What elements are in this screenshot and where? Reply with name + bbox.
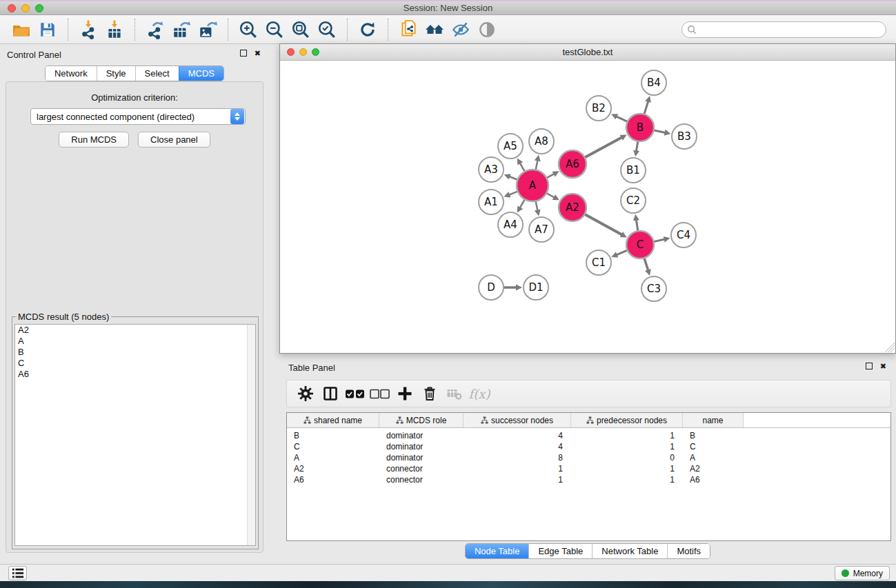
node-label: D (487, 281, 495, 294)
edge-A6-B[interactable] (584, 137, 622, 158)
network-canvas[interactable]: B4B2BB3A8A5A6B1A3AC2A1A2A4A7C4CC1C3DD1 (280, 61, 895, 353)
tab-select[interactable]: Select (135, 66, 179, 81)
graph-node-B[interactable]: B (626, 114, 654, 141)
float-table-panel-button[interactable] (866, 363, 873, 369)
show-visibility-button[interactable] (476, 19, 498, 41)
task-history-button[interactable] (8, 566, 27, 580)
zoom-in-button[interactable] (237, 19, 259, 41)
graph-node-C[interactable]: C (626, 231, 654, 258)
delete-table-button[interactable] (443, 383, 466, 404)
table-settings-button[interactable] (294, 383, 317, 404)
toolbar-separator (388, 19, 388, 41)
tab-mcds[interactable]: MCDS (179, 66, 223, 81)
table-cell: 0 (571, 453, 683, 463)
columns-icon (322, 385, 339, 402)
table-row[interactable]: A6connector11A6 (287, 474, 890, 485)
toolbar-separator (228, 19, 228, 41)
add-column-button[interactable] (393, 383, 417, 404)
mcds-result-list[interactable]: A2ABCA6 (14, 324, 256, 546)
tab-node-table[interactable]: Node Table (466, 544, 529, 558)
graph-node-D[interactable]: D (479, 275, 504, 300)
import-network-button[interactable] (77, 19, 99, 41)
export-network-button[interactable] (144, 19, 166, 41)
graph-node-A1[interactable]: A1 (479, 190, 504, 214)
table-row[interactable]: Bdominator41B (287, 430, 890, 441)
memory-button[interactable]: Memory (835, 566, 890, 580)
open-file-button[interactable] (10, 19, 32, 41)
zoom-selected-button[interactable] (316, 19, 338, 41)
resize-grip[interactable] (885, 343, 895, 352)
optimization-criterion-dropdown[interactable]: largest connected component (directed) (30, 108, 246, 125)
result-list-scrollbar[interactable] (247, 325, 255, 545)
table-row[interactable]: Cdominator41C (287, 441, 890, 452)
graph-node-A7[interactable]: A7 (529, 217, 554, 242)
column-header-MCDS-role[interactable]: MCDS role (379, 413, 464, 427)
graph-node-A2[interactable]: A2 (559, 194, 586, 221)
graph-node-A4[interactable]: A4 (498, 212, 523, 237)
hierarchy-icon (586, 416, 594, 424)
tab-motifs[interactable]: Motifs (667, 544, 710, 558)
clone-network-button[interactable] (397, 19, 419, 41)
refresh-button[interactable] (357, 19, 379, 41)
result-item[interactable]: C (15, 358, 255, 369)
save-session-button[interactable] (37, 19, 59, 41)
result-item[interactable]: A (15, 336, 255, 347)
node-label: C1 (592, 256, 606, 269)
tab-network-table[interactable]: Network Table (592, 544, 667, 558)
column-header-predecessor-nodes[interactable]: predecessor nodes (571, 413, 683, 427)
home-button[interactable] (424, 19, 446, 41)
graph-node-C4[interactable]: C4 (671, 223, 696, 247)
graph-node-B1[interactable]: B1 (621, 158, 646, 183)
close-panel-button[interactable]: ✖ (255, 50, 261, 57)
result-item[interactable]: B (15, 347, 255, 358)
export-image-button[interactable] (197, 19, 219, 41)
select-all-button[interactable] (344, 383, 367, 404)
close-table-panel-button[interactable]: ✖ (880, 363, 886, 370)
tab-network[interactable]: Network (46, 66, 97, 81)
column-header-name[interactable]: name (683, 413, 744, 427)
tab-edge-table[interactable]: Edge Table (528, 544, 592, 558)
delete-column-button[interactable] (418, 383, 441, 404)
function-builder-button[interactable]: f(x) (468, 383, 491, 404)
graph-node-D1[interactable]: D1 (524, 275, 548, 300)
search-input[interactable] (699, 25, 886, 34)
network-window-titlebar[interactable]: testGlobe.txt (280, 44, 895, 61)
graph-node-C3[interactable]: C3 (641, 276, 666, 301)
import-table-button[interactable] (103, 19, 126, 41)
search-field[interactable] (681, 21, 886, 38)
edge-arrowhead (645, 96, 651, 103)
column-header-shared-name[interactable]: shared name (287, 413, 379, 427)
graph-node-A8[interactable]: A8 (529, 129, 554, 154)
table-row[interactable]: Adominator80A (287, 452, 890, 463)
edge-A2-C[interactable] (584, 214, 622, 235)
node-table[interactable]: shared nameMCDS rolesuccessor nodesprede… (286, 412, 891, 541)
edge-B-B4[interactable] (644, 101, 648, 116)
edge-arrowhead (633, 150, 639, 157)
graph-node-A6[interactable]: A6 (559, 150, 586, 178)
tab-style[interactable]: Style (97, 66, 135, 81)
hide-visibility-button[interactable] (450, 19, 472, 41)
graph-node-B2[interactable]: B2 (586, 96, 611, 121)
graph-node-B4[interactable]: B4 (641, 70, 666, 95)
graph-node-A3[interactable]: A3 (479, 157, 504, 182)
column-header-label: predecessor nodes (597, 416, 667, 425)
network-graph[interactable]: B4B2BB3A8A5A6B1A3AC2A1A2A4A7C4CC1C3DD1 (280, 61, 895, 353)
node-label: A3 (484, 163, 498, 176)
column-header-successor-nodes[interactable]: successor nodes (464, 413, 571, 427)
zoom-fit-button[interactable] (290, 19, 312, 41)
result-item[interactable]: A6 (15, 369, 255, 380)
show-columns-button[interactable] (319, 383, 342, 404)
export-table-button[interactable] (170, 19, 192, 41)
graph-node-C2[interactable]: C2 (621, 188, 646, 213)
result-item[interactable]: A2 (15, 325, 255, 336)
graph-node-B3[interactable]: B3 (672, 124, 697, 149)
deselect-all-button[interactable] (368, 383, 392, 404)
graph-node-A5[interactable]: A5 (498, 134, 523, 159)
table-row[interactable]: A2connector11A2 (287, 463, 890, 474)
close-panel-button-mcds[interactable]: Close panel (138, 132, 210, 148)
graph-node-A[interactable]: A (517, 170, 548, 201)
graph-node-C1[interactable]: C1 (586, 250, 611, 275)
run-mcds-button[interactable]: Run MCDS (59, 132, 129, 148)
float-panel-button[interactable] (240, 50, 247, 57)
zoom-out-button[interactable] (263, 19, 286, 41)
